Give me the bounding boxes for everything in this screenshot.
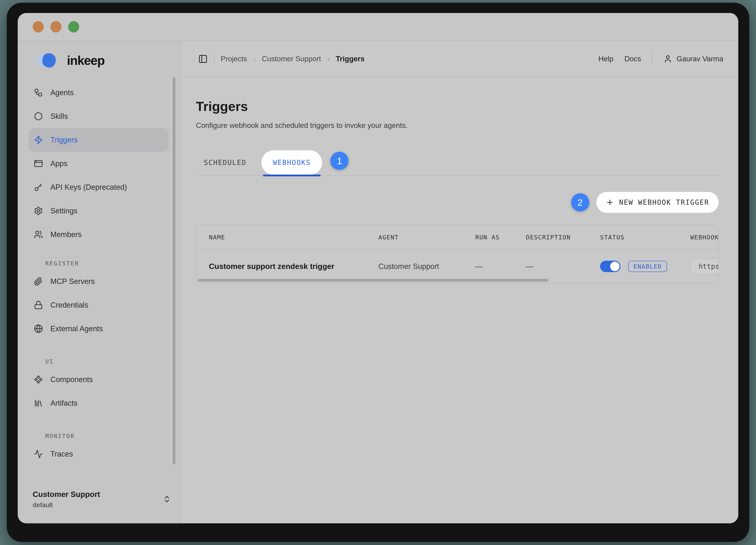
sidebar-nav: Agents Skills Triggers Apps	[18, 81, 180, 466]
column-header-webhook-url: WEBHOOK URL	[690, 234, 719, 241]
chevrons-up-down-icon	[163, 495, 171, 504]
tab-webhooks[interactable]: WEBHOOKS	[261, 150, 322, 175]
logo-text: inkeep	[67, 53, 105, 68]
key-icon	[34, 183, 43, 192]
app-window: inkeep Agents Skills Trig	[18, 13, 738, 523]
sidebar-section-monitor: MONITOR	[29, 433, 169, 439]
sidebar-item-label: MCP Servers	[50, 277, 95, 286]
sidebar: inkeep Agents Skills Trig	[18, 41, 180, 523]
window-zoom-button[interactable]	[68, 21, 79, 32]
activity-icon	[34, 449, 43, 459]
user-name: Gaurav Varma	[676, 55, 723, 63]
sidebar-item-agents[interactable]: Agents	[29, 81, 169, 104]
sidebar-item-credentials[interactable]: Credentials	[29, 293, 169, 317]
desktop-background: inkeep Agents Skills Trig	[0, 0, 756, 545]
sidebar-item-label: Traces	[50, 450, 73, 458]
breadcrumb: Projects › Customer Support › Triggers	[198, 53, 365, 65]
sidebar-item-api-keys[interactable]: API Keys (Deprecated)	[29, 175, 169, 199]
table-horizontal-scrollbar[interactable]	[198, 279, 549, 282]
help-link[interactable]: Help	[598, 55, 613, 63]
annotation-badge-2: 2	[571, 193, 589, 211]
gear-icon	[34, 206, 43, 215]
window-titlebar	[18, 13, 738, 41]
sidebar-item-components[interactable]: Components	[29, 368, 169, 391]
project-switcher[interactable]: Customer Support default	[33, 490, 171, 509]
breadcrumb-projects[interactable]: Projects	[221, 55, 247, 63]
hexagon-icon	[34, 112, 43, 121]
column-header-description: DESCRIPTION	[526, 234, 600, 241]
toggle-knob	[610, 262, 620, 271]
page-subtitle: Configure webhook and scheduled triggers…	[196, 121, 719, 130]
sidebar-item-external-agents[interactable]: External Agents	[29, 317, 169, 341]
sidebar-item-label: External Agents	[50, 325, 103, 333]
paperclip-icon	[34, 277, 43, 286]
sidebar-item-label: Agents	[50, 88, 74, 97]
sidebar-item-traces[interactable]: Traces	[29, 442, 169, 466]
traffic-lights	[33, 21, 79, 32]
lock-icon	[34, 301, 43, 310]
column-header-name: NAME	[196, 234, 378, 241]
breadcrumb-separator: ›	[327, 55, 329, 63]
workflow-icon	[34, 88, 43, 97]
sidebar-item-settings[interactable]: Settings	[29, 199, 169, 223]
new-webhook-trigger-button[interactable]: NEW WEBHOOK TRIGGER	[596, 192, 719, 213]
users-icon	[34, 230, 43, 239]
library-icon	[34, 399, 43, 408]
sidebar-item-label: Credentials	[50, 301, 88, 309]
docs-link[interactable]: Docs	[624, 55, 641, 63]
project-switcher-project: Customer Support	[33, 490, 100, 499]
sidebar-item-members[interactable]: Members	[29, 223, 169, 246]
page-content: Triggers Configure webhook and scheduled…	[180, 77, 738, 283]
window-close-button[interactable]	[33, 21, 44, 32]
status-toggle[interactable]	[600, 261, 621, 272]
sidebar-item-apps[interactable]: Apps	[29, 152, 169, 175]
sidebar-item-label: Settings	[50, 207, 77, 215]
plus-icon	[606, 198, 614, 206]
table-header-row: NAME AGENT RUN AS DESCRIPTION STATUS WEB…	[196, 225, 719, 250]
user-icon	[663, 55, 672, 63]
triggers-table: NAME AGENT RUN AS DESCRIPTION STATUS WEB…	[196, 224, 719, 283]
sidebar-item-artifacts[interactable]: Artifacts	[29, 391, 169, 415]
header-divider	[214, 53, 214, 65]
breadcrumb-separator: ›	[253, 55, 256, 63]
column-header-run-as: RUN AS	[475, 234, 526, 241]
zap-icon	[34, 135, 43, 144]
logo: inkeep	[33, 51, 180, 70]
toolbar: 2 NEW WEBHOOK TRIGGER	[196, 192, 719, 213]
sidebar-scrollbar[interactable]	[173, 77, 175, 465]
header-divider	[652, 53, 652, 65]
sidebar-item-label: API Keys (Deprecated)	[50, 183, 127, 191]
sidebar-item-label: Triggers	[50, 136, 78, 144]
tab-bar: SCHEDULED WEBHOOKS 1	[196, 150, 719, 176]
new-webhook-trigger-label: NEW WEBHOOK TRIGGER	[619, 198, 709, 206]
column-header-status: STATUS	[600, 234, 690, 241]
breadcrumb-project-name[interactable]: Customer Support	[262, 55, 321, 63]
cell-description: —	[526, 262, 600, 271]
project-switcher-variant: default	[33, 501, 100, 509]
sidebar-item-label: Apps	[50, 159, 68, 168]
sidebar-item-triggers[interactable]: Triggers	[29, 128, 169, 152]
panel-left-icon[interactable]	[198, 54, 208, 64]
sidebar-section-ui: UI	[29, 358, 169, 365]
cell-run-as: —	[475, 262, 526, 271]
sidebar-item-skills[interactable]: Skills	[29, 104, 169, 128]
webhook-url-chip[interactable]: https://	[690, 258, 719, 274]
table-row[interactable]: Customer support zendesk trigger Custome…	[196, 250, 719, 283]
inkeep-logo-icon	[33, 51, 62, 70]
page-title: Triggers	[196, 99, 719, 114]
column-header-agent: AGENT	[378, 234, 475, 241]
main-header: Projects › Customer Support › Triggers H…	[180, 41, 738, 77]
sidebar-item-label: Artifacts	[50, 399, 77, 408]
cell-agent: Customer Support	[378, 262, 475, 271]
app-window-icon	[34, 159, 43, 168]
sidebar-section-register: REGISTER	[29, 260, 169, 267]
main-panel: Projects › Customer Support › Triggers H…	[180, 41, 738, 523]
sidebar-item-label: Members	[50, 230, 82, 239]
tab-scheduled[interactable]: SCHEDULED	[196, 159, 254, 166]
window-minimize-button[interactable]	[50, 21, 61, 32]
sidebar-item-label: Skills	[50, 112, 68, 121]
user-menu[interactable]: Gaurav Varma	[663, 55, 723, 63]
component-icon	[34, 375, 43, 384]
sidebar-item-mcp-servers[interactable]: MCP Servers	[29, 269, 169, 293]
breadcrumb-current: Triggers	[336, 55, 365, 63]
